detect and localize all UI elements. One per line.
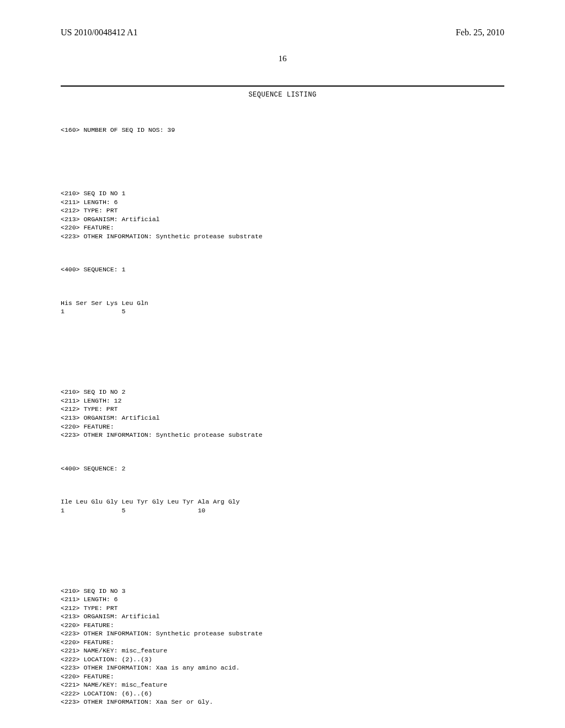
publication-date: Feb. 25, 2010 xyxy=(456,28,504,38)
seq-meta: <210> SEQ ID NO 3 <211> LENGTH: 6 <212> … xyxy=(61,587,504,706)
seq-label: <400> SEQUENCE: 2 xyxy=(61,464,504,473)
page-header: US 2010/0048412 A1 Feb. 25, 2010 xyxy=(61,28,504,38)
seq-meta: <210> SEQ ID NO 1 <211> LENGTH: 6 <212> … xyxy=(61,189,504,240)
seq-entry: <210> SEQ ID NO 1 <211> LENGTH: 6 <212> … xyxy=(61,172,504,333)
publication-number: US 2010/0048412 A1 xyxy=(61,28,138,38)
seq-entry: <210> SEQ ID NO 2 <211> LENGTH: 12 <212>… xyxy=(61,371,504,532)
page: US 2010/0048412 A1 Feb. 25, 2010 16 SEQU… xyxy=(0,0,565,728)
sequence-listing-body: <160> NUMBER OF SEQ ID NOS: 39 <210> SEQ… xyxy=(61,109,504,728)
seq-count: <160> NUMBER OF SEQ ID NOS: 39 xyxy=(61,126,504,135)
page-number: 16 xyxy=(61,54,504,63)
sequence-listing-title: SEQUENCE LISTING xyxy=(61,91,504,99)
seq-entry: <210> SEQ ID NO 3 <211> LENGTH: 6 <212> … xyxy=(61,570,504,728)
seq-meta: <210> SEQ ID NO 2 <211> LENGTH: 12 <212>… xyxy=(61,388,504,439)
seq-label: <400> SEQUENCE: 1 xyxy=(61,265,504,274)
seq-residues: His Ser Ser Lys Leu Gln 1 5 xyxy=(61,299,504,316)
top-rule xyxy=(61,85,504,87)
seq-residues: Ile Leu Glu Gly Leu Tyr Gly Leu Tyr Ala … xyxy=(61,497,504,515)
